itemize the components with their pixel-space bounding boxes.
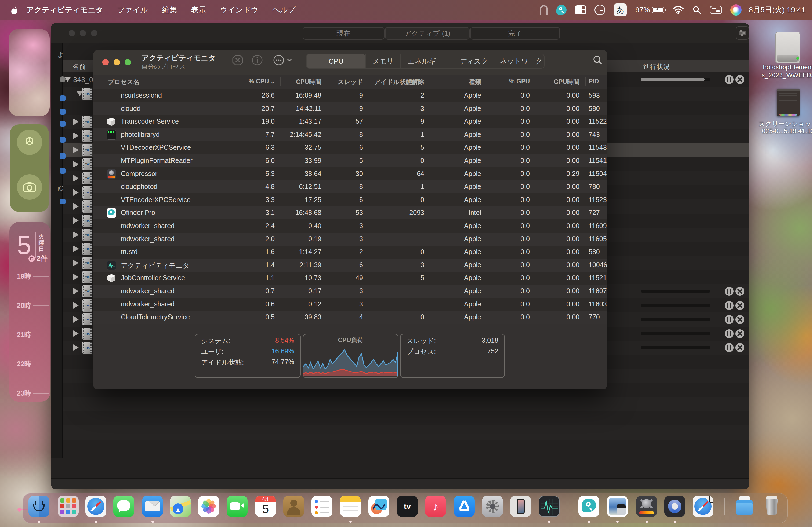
transfer-row[interactable] <box>51 411 749 425</box>
external-drive-icon[interactable] <box>775 32 800 63</box>
disclosure-triangle[interactable] <box>73 203 79 210</box>
mxf-file-icon[interactable]: mxF <box>83 257 92 269</box>
minimize-button-inactive[interactable] <box>80 30 86 36</box>
dock-qfinder[interactable] <box>578 496 599 517</box>
dock-messages[interactable] <box>113 496 134 517</box>
process-row[interactable]: cloudd20.714:42.1193Apple0.00.00580 <box>93 102 607 115</box>
dock-folder[interactable] <box>734 496 755 517</box>
sidebar-icon[interactable] <box>60 137 66 143</box>
am-tab-メモリ[interactable]: メモリ <box>365 54 400 68</box>
am-tab-エネルギー[interactable]: エネルギー <box>400 54 450 68</box>
mxf-file-icon[interactable]: mxF <box>83 172 92 184</box>
process-row[interactable]: Qfinder Pro3.116:48.68532093Intel0.00.00… <box>93 206 607 220</box>
process-row[interactable]: mdworker_shared2.40.403Apple0.00.0011609 <box>93 220 607 232</box>
col-header[interactable]: GPU時間 <box>554 78 579 86</box>
cancel-button[interactable] <box>736 301 744 310</box>
sidebar-icon[interactable] <box>60 76 66 82</box>
sidebar-icon[interactable] <box>60 199 66 205</box>
dock-music[interactable]: ♪ <box>425 496 446 517</box>
disclosure-triangle[interactable] <box>73 119 79 125</box>
drive-label[interactable]: hotoshopElement <box>758 63 812 71</box>
dock-iphone[interactable] <box>510 496 531 517</box>
disclosure-triangle[interactable] <box>76 91 83 96</box>
disclosure-triangle[interactable] <box>73 260 79 266</box>
transfer-row[interactable] <box>51 397 749 411</box>
dock-safari[interactable] <box>85 496 106 517</box>
menu-bar-clock[interactable]: 8月5日(火) 19:41 <box>749 5 806 15</box>
dock-safari2[interactable] <box>693 496 713 517</box>
mxf-file-icon[interactable]: mxF <box>83 243 92 255</box>
menu-1[interactable]: ファイル <box>110 5 155 15</box>
process-row[interactable]: JobController Service1.110.73495Apple0.0… <box>93 272 607 285</box>
dock-launchpad[interactable] <box>58 496 79 517</box>
dock-calendar[interactable]: 8月5 <box>255 496 276 517</box>
menu-0[interactable]: アクティビティモニタ <box>18 5 110 15</box>
tab-done[interactable]: 完了 <box>470 27 560 40</box>
dock-appstore[interactable] <box>454 496 475 517</box>
time-machine-icon[interactable] <box>595 4 605 15</box>
col-header[interactable]: CPU時間 <box>296 78 321 86</box>
sidebar-icon[interactable] <box>60 95 66 101</box>
process-row[interactable]: Compressor5.338.643064Apple0.00.2911504 <box>93 167 607 181</box>
mxf-file-icon[interactable]: mxF <box>83 144 92 156</box>
column-progress[interactable]: 進行状況 <box>643 62 670 71</box>
mxf-file-icon[interactable]: mxF <box>83 342 92 353</box>
mxf-file-icon[interactable]: mxF <box>83 328 92 340</box>
mxf-file-icon[interactable]: mxF <box>83 186 92 199</box>
col-header[interactable]: アイドル状態解除 <box>374 78 424 86</box>
sidebar-icon[interactable] <box>60 168 66 174</box>
search-button[interactable] <box>592 54 604 66</box>
dock-quicktime[interactable] <box>664 496 685 517</box>
mxf-file-icon[interactable]: mxF <box>83 271 92 283</box>
chevron-down-icon[interactable] <box>286 57 297 69</box>
pause-button[interactable] <box>725 329 734 338</box>
filter-button[interactable] <box>736 26 749 40</box>
menu-5[interactable]: ヘルプ <box>265 5 302 15</box>
dock-contacts[interactable] <box>283 496 304 517</box>
process-row[interactable]: MTPluginFormatReader6.033.9950Apple0.00.… <box>93 154 607 167</box>
info-button[interactable] <box>251 54 263 66</box>
disclosure-triangle[interactable] <box>73 231 79 238</box>
mxf-file-icon[interactable]: mxF <box>83 215 92 227</box>
more-options-button[interactable] <box>273 54 285 66</box>
screenshot-label-2[interactable]: 025-0...5.19.41.12 <box>758 127 812 135</box>
process-row[interactable]: nsurlsessiond26.616:09.4892Apple0.00.005… <box>93 89 607 102</box>
col-header[interactable]: % CPU ⌄ <box>249 78 275 85</box>
disclosure-triangle[interactable] <box>73 274 79 280</box>
disclosure-triangle[interactable] <box>73 316 79 322</box>
chatgpt-widget[interactable] <box>10 124 49 212</box>
mxf-file-icon[interactable]: mxF <box>83 313 92 326</box>
close-button-inactive[interactable] <box>69 30 75 36</box>
screenshot-label[interactable]: スクリーンショット <box>758 119 812 128</box>
control-center-icon[interactable] <box>710 6 722 14</box>
apple-menu[interactable] <box>11 6 18 14</box>
col-header[interactable]: スレッド <box>338 78 363 86</box>
dock-maps[interactable] <box>170 496 191 517</box>
mxf-file-icon[interactable]: mxF <box>83 229 92 241</box>
col-header[interactable]: PID <box>589 78 599 85</box>
disclosure-triangle[interactable] <box>73 245 79 252</box>
mxf-file-icon[interactable]: mxF <box>83 158 92 170</box>
display-menu-icon[interactable] <box>575 5 586 15</box>
process-row[interactable]: VTEncoderXPCService3.317.2560Apple0.00.0… <box>93 194 607 207</box>
pause-button[interactable] <box>725 301 734 310</box>
zoom-button[interactable] <box>125 59 131 65</box>
menu-2[interactable]: 編集 <box>155 5 184 15</box>
process-row[interactable]: cloudphotod4.86:12.5181Apple0.00.00780 <box>93 180 607 194</box>
process-row[interactable]: VTDecoderXPCService6.332.7565Apple0.00.0… <box>93 141 607 154</box>
disclosure-triangle[interactable] <box>73 161 79 167</box>
mxf-file-icon[interactable]: mxF <box>83 285 92 297</box>
disclosure-triangle[interactable] <box>73 147 79 153</box>
process-row[interactable]: CloudTelemetryService0.539.8340Apple0.00… <box>93 311 607 324</box>
transfer-row[interactable] <box>51 439 749 454</box>
process-row[interactable]: trustd1.61:14.2720Apple0.00.00580 <box>93 245 607 259</box>
column-name[interactable]: 名前 <box>73 62 86 71</box>
qfinder-menu-icon[interactable] <box>556 5 567 15</box>
cancel-button[interactable] <box>736 315 744 324</box>
dock-settings[interactable] <box>482 496 503 517</box>
cancel-button[interactable] <box>736 329 744 338</box>
col-header[interactable]: 種類 <box>469 78 481 86</box>
dock-mail[interactable] <box>142 496 163 517</box>
col-header[interactable]: プロセス名 <box>108 78 139 86</box>
mxf-file-icon[interactable]: mxF <box>83 88 92 100</box>
